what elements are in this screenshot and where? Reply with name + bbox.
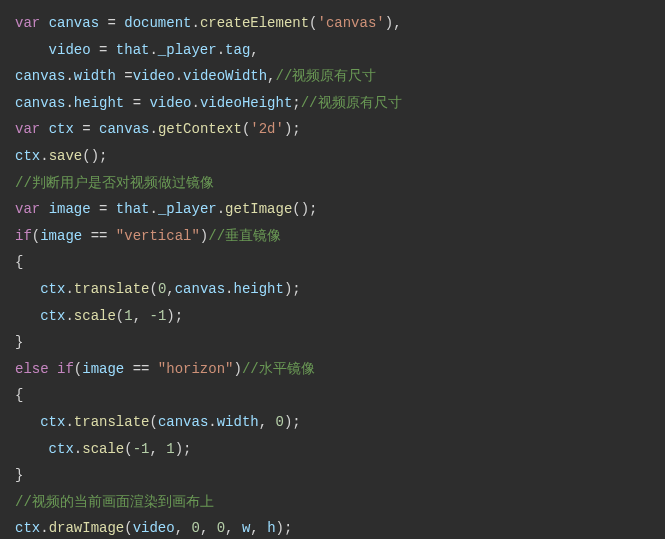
- var-video: video: [49, 42, 91, 58]
- punct: (: [124, 520, 132, 536]
- string: '2d': [250, 121, 284, 137]
- punct: ,: [267, 68, 275, 84]
- string: 'canvas': [318, 15, 385, 31]
- prop-videoHeight: videoHeight: [200, 95, 292, 111]
- punct: .: [217, 42, 225, 58]
- number: 1: [124, 308, 132, 324]
- punct: ,: [259, 414, 276, 430]
- code-line: var canvas = document.createElement('can…: [15, 15, 402, 31]
- comment: //水平镜像: [242, 361, 315, 377]
- fn-scale: scale: [82, 441, 124, 457]
- punct: .: [149, 42, 157, 58]
- var-canvas: canvas: [99, 121, 149, 137]
- op: =: [91, 201, 116, 217]
- punct: ): [200, 228, 208, 244]
- op: =: [74, 121, 99, 137]
- op: =: [91, 42, 116, 58]
- op: =: [124, 95, 149, 111]
- op: ==: [124, 361, 158, 377]
- code-line: var image = that._player.getImage();: [15, 201, 318, 217]
- op: =: [116, 68, 133, 84]
- prop-width: width: [74, 68, 116, 84]
- punct: (: [74, 361, 82, 377]
- comment: //视频原有尺寸: [276, 68, 377, 84]
- punct: ,: [149, 441, 166, 457]
- keyword-var: var: [15, 121, 40, 137]
- number: -1: [133, 441, 150, 457]
- code-line: if(image == "vertical")//垂直镜像: [15, 228, 281, 244]
- var-canvas: canvas: [175, 281, 225, 297]
- code-block: var canvas = document.createElement('can…: [0, 0, 665, 539]
- indent: [15, 441, 49, 457]
- indent: [15, 42, 49, 58]
- punct: .: [65, 95, 73, 111]
- number: -1: [149, 308, 166, 324]
- prop-tag: tag: [225, 42, 250, 58]
- punct: );: [284, 121, 301, 137]
- punct: ,: [225, 520, 242, 536]
- fn-getImage: getImage: [225, 201, 292, 217]
- punct: .: [74, 441, 82, 457]
- code-line: //视频的当前画面渲染到画布上: [15, 494, 214, 510]
- fn-getContext: getContext: [158, 121, 242, 137]
- punct: .: [65, 68, 73, 84]
- punct: .: [208, 414, 216, 430]
- keyword-var: var: [15, 15, 40, 31]
- fn-createElement: createElement: [200, 15, 309, 31]
- var-ctx: ctx: [15, 148, 40, 164]
- code-line: ctx.scale(1, -1);: [15, 308, 183, 324]
- punct: .: [40, 520, 48, 536]
- punct: .: [65, 281, 73, 297]
- brace: }: [15, 334, 23, 350]
- number: 0: [217, 520, 225, 536]
- fn-save: save: [49, 148, 83, 164]
- punct: .: [149, 201, 157, 217]
- punct: .: [65, 308, 73, 324]
- comment: //视频原有尺寸: [301, 95, 402, 111]
- punct: .: [65, 414, 73, 430]
- punct: ,: [200, 520, 217, 536]
- var-ctx: ctx: [49, 441, 74, 457]
- var-video: video: [133, 520, 175, 536]
- indent: [15, 281, 40, 297]
- punct: ;: [292, 95, 300, 111]
- var-that: that: [116, 42, 150, 58]
- punct: (: [309, 15, 317, 31]
- string: "vertical": [116, 228, 200, 244]
- comment: //判断用户是否对视频做过镜像: [15, 175, 214, 191]
- code-line: ctx.translate(0,canvas.height);: [15, 281, 301, 297]
- punct: ,: [250, 520, 267, 536]
- code-line: }: [15, 334, 23, 350]
- op: =: [99, 15, 124, 31]
- punct: );: [175, 441, 192, 457]
- punct: .: [225, 281, 233, 297]
- obj-document: document: [124, 15, 191, 31]
- indent: [15, 308, 40, 324]
- keyword-if: if: [15, 228, 32, 244]
- var-canvas: canvas: [15, 95, 65, 111]
- punct: ,: [166, 281, 174, 297]
- punct: );: [284, 414, 301, 430]
- prop-width: width: [217, 414, 259, 430]
- brace: {: [15, 387, 23, 403]
- code-line: video = that._player.tag,: [15, 42, 259, 58]
- var-ctx: ctx: [49, 121, 74, 137]
- punct: ): [233, 361, 241, 377]
- var-ctx: ctx: [15, 520, 40, 536]
- punct: );: [284, 281, 301, 297]
- punct: (: [149, 414, 157, 430]
- punct: (: [32, 228, 40, 244]
- keyword-else: else: [15, 361, 49, 377]
- punct: .: [191, 95, 199, 111]
- punct: ,: [133, 308, 150, 324]
- var-image: image: [82, 361, 124, 377]
- punct: ();: [82, 148, 107, 164]
- var-image: image: [40, 228, 82, 244]
- prop-videoWidth: videoWidth: [183, 68, 267, 84]
- brace: }: [15, 467, 23, 483]
- code-line: canvas.width =video.videoWidth,//视频原有尺寸: [15, 68, 376, 84]
- punct: );: [166, 308, 183, 324]
- prop-height: height: [74, 95, 124, 111]
- fn-translate: translate: [74, 281, 150, 297]
- code-line: //判断用户是否对视频做过镜像: [15, 175, 214, 191]
